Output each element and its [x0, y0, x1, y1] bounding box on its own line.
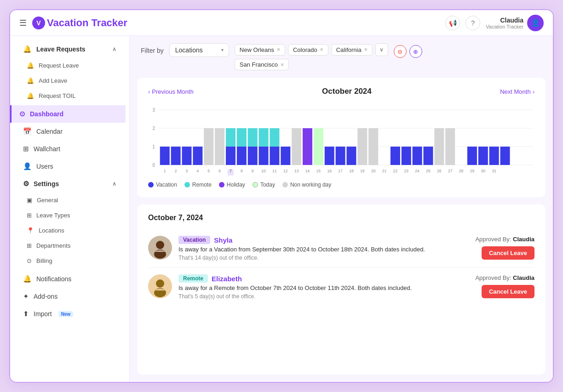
tag-new-orleans-label: New Orleans [240, 46, 274, 53]
svg-point-79 [156, 279, 164, 288]
leave-requests-label: Leave Requests [36, 45, 86, 53]
svg-text:14: 14 [305, 169, 310, 173]
notifications-icon[interactable]: 📢 [445, 16, 460, 30]
svg-rect-11 [193, 147, 202, 165]
elizabeth-avatar [148, 274, 172, 298]
svg-rect-26 [303, 128, 312, 165]
sidebar-import[interactable]: ⬆ Import New [14, 305, 126, 323]
svg-text:27: 27 [448, 169, 453, 173]
shyla-cancel-btn[interactable]: Cancel Leave [482, 246, 534, 260]
sidebar-settings[interactable]: ⚙ Settings ∧ [14, 175, 126, 193]
tag-california-remove[interactable]: × [364, 46, 368, 53]
filter-remove-btn[interactable]: ⊖ [394, 45, 407, 58]
next-chevron-icon: › [533, 88, 534, 95]
svg-text:13: 13 [294, 169, 299, 173]
leave-types-label: Leave Types [36, 212, 70, 219]
next-month-btn[interactable]: Next Month › [500, 88, 534, 95]
calendar-icon: 📅 [23, 127, 32, 136]
sidebar-wallchart[interactable]: ⊞ Wallchart [14, 140, 126, 158]
departments-label: Departments [36, 242, 70, 249]
sidebar-add-leave[interactable]: 🔔 Add Leave [10, 73, 129, 88]
leave-requests-chevron: ∧ [112, 46, 116, 52]
legend-today-dot [253, 182, 258, 187]
filter-select[interactable]: Locations [169, 43, 229, 57]
request-leave-label: Request Leave [39, 62, 79, 69]
elizabeth-info: Remote Elizabeth Is away for a Remote fr… [178, 274, 469, 300]
user-info: Claudia Vacation Tracker 👤 [486, 15, 544, 31]
content-area: Filter by Locations New Orleans × Colora… [130, 36, 553, 382]
tag-colorado-remove[interactable]: × [320, 46, 323, 53]
sidebar-users[interactable]: 👤 Users [14, 158, 126, 175]
svg-text:18: 18 [349, 169, 354, 173]
add-leave-label: Add Leave [39, 77, 67, 84]
billing-icon: ⊙ [27, 257, 32, 264]
tag-san-francisco-remove[interactable]: × [281, 62, 284, 68]
filter-add-btn[interactable]: ⊕ [409, 45, 422, 58]
settings-icon: ⚙ [23, 180, 29, 188]
sidebar-leave-types[interactable]: ⊞ Leave Types [10, 208, 129, 223]
dashboard-label: Dashboard [30, 110, 63, 118]
shyla-approver: Claudia [513, 236, 534, 243]
shyla-actions: Approved By: Claudia Cancel Leave [475, 236, 534, 260]
import-new-badge: New [58, 311, 74, 317]
legend-vacation: Vacation [148, 182, 177, 188]
shyla-avatar-img [148, 236, 172, 260]
svg-text:0: 0 [153, 163, 155, 168]
legend-holiday-label: Holiday [227, 182, 245, 188]
tags-row-1: New Orleans × Colorado × California × ∨ [235, 43, 388, 56]
help-icon[interactable]: ? [465, 16, 480, 30]
tags-expand-chevron[interactable]: ∨ [375, 43, 388, 56]
sidebar-general[interactable]: ▣ General [10, 193, 129, 208]
request-toil-icon: 🔔 [27, 92, 34, 99]
sidebar-request-toil[interactable]: 🔔 Request TOIL [10, 88, 129, 103]
request-leave-icon: 🔔 [27, 62, 34, 69]
svg-rect-36 [402, 147, 411, 165]
chart-legend: Vacation Remote Holiday Today [148, 182, 534, 188]
tag-new-orleans[interactable]: New Orleans × [235, 44, 285, 56]
chart-nav: ‹ Previous Month October 2024 Next Month… [148, 87, 534, 96]
chart-section: ‹ Previous Month October 2024 Next Month… [137, 78, 546, 197]
user-avatar[interactable]: 👤 [527, 15, 544, 31]
leave-types-icon: ⊞ [27, 212, 32, 219]
leave-requests-icon: 🔔 [23, 45, 32, 53]
logo-icon: V [32, 17, 45, 29]
svg-text:20: 20 [371, 169, 376, 173]
shyla-approved: Approved By: Claudia [475, 236, 534, 243]
tag-san-francisco[interactable]: San Francisco × [235, 59, 289, 70]
next-month-label: Next Month [500, 88, 530, 95]
wallchart-label: Wallchart [34, 145, 60, 153]
svg-rect-42 [500, 147, 510, 165]
svg-text:4: 4 [196, 169, 199, 173]
calendar-label: Calendar [36, 128, 63, 135]
shyla-info: Vacation Shyla Is away for a Vacation fr… [178, 236, 469, 261]
elizabeth-actions: Approved By: Claudia Cancel Leave [475, 274, 534, 298]
sidebar-dashboard[interactable]: ⊙ Dashboard [10, 105, 126, 123]
tag-colorado[interactable]: Colorado × [288, 44, 328, 56]
sidebar-request-leave[interactable]: 🔔 Request Leave [10, 58, 129, 73]
svg-rect-50 [228, 169, 234, 176]
svg-rect-29 [336, 147, 345, 165]
menu-icon[interactable]: ☰ [19, 18, 27, 28]
sidebar-notifications[interactable]: 🔔 Notifications [14, 270, 126, 288]
tag-california[interactable]: California × [331, 44, 373, 56]
tag-new-orleans-remove[interactable]: × [277, 46, 280, 53]
elizabeth-sub: That's 5 day(s) out of the office. [178, 293, 469, 300]
elizabeth-cancel-btn[interactable]: Cancel Leave [482, 285, 534, 298]
sidebar-departments[interactable]: ⊞ Departments [10, 238, 129, 253]
svg-rect-25 [292, 128, 301, 165]
prev-month-btn[interactable]: ‹ Previous Month [148, 88, 194, 95]
svg-rect-37 [413, 147, 422, 165]
sidebar-billing[interactable]: ⊙ Billing [10, 253, 129, 268]
sidebar-addons[interactable]: ✦ Add-ons [14, 288, 126, 305]
svg-rect-8 [160, 147, 170, 165]
svg-rect-19 [248, 147, 258, 165]
svg-text:29: 29 [470, 169, 475, 173]
sidebar-locations[interactable]: 📍 Locations [10, 223, 129, 238]
sidebar-leave-requests[interactable]: 🔔 Leave Requests ∧ [14, 40, 126, 58]
tags-container: New Orleans × Colorado × California × ∨ [235, 43, 388, 70]
svg-rect-20 [259, 128, 269, 147]
svg-rect-15 [226, 147, 236, 165]
svg-rect-31 [357, 128, 367, 165]
sidebar-calendar[interactable]: 📅 Calendar [14, 123, 126, 140]
add-leave-icon: 🔔 [27, 77, 34, 84]
